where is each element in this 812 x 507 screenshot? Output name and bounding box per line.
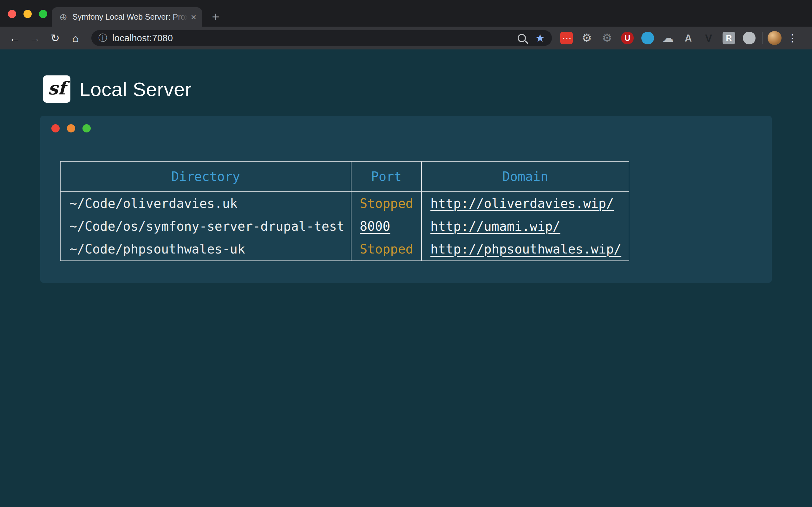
symfony-logo: sf [43, 75, 70, 103]
column-header-port: Port [351, 161, 421, 192]
column-header-domain: Domain [421, 161, 629, 192]
panel-orange-dot [67, 124, 75, 132]
window-minimize-button[interactable] [23, 10, 32, 18]
panel-red-dot [51, 124, 60, 132]
domain-link[interactable]: http://phpsouthwales.wip/ [430, 242, 621, 257]
browser-tab[interactable]: ⊕ Symfony Local Web Server: Prox × [52, 7, 202, 26]
ublock-extension-icon[interactable]: U [621, 32, 634, 44]
browser-menu-icon[interactable]: ⋮ [785, 31, 799, 45]
table-header-row: Directory Port Domain [60, 161, 629, 192]
symfony-logo-text: sf [48, 78, 66, 99]
server-panel: Directory Port Domain ~/Code/oliverdavie… [40, 116, 772, 283]
url-text[interactable]: localhost:7080 [112, 33, 173, 43]
extensions-row: ⋯ ⚙ ⚙ U ☁ A V R [560, 32, 756, 44]
bookmark-star-icon[interactable]: ★ [536, 33, 545, 43]
toolbar-separator [762, 32, 763, 44]
domain-link[interactable]: http://oliverdavies.wip/ [430, 196, 614, 211]
page-title: Local Server [79, 78, 192, 101]
table-row: ~/Code/os/symfony-server-drupal-test 800… [60, 215, 629, 238]
red-dots-extension-icon[interactable]: ⋯ [560, 32, 573, 44]
panel-green-dot [83, 124, 91, 132]
zoom-icon[interactable] [518, 34, 526, 42]
reload-button[interactable]: ↻ [47, 30, 63, 46]
port-link[interactable]: 8000 [360, 219, 390, 233]
globe-favicon-icon: ⊕ [59, 12, 67, 22]
directory-cell: ~/Code/oliverdavies.uk [60, 192, 351, 215]
table-row: ~/Code/phpsouthwales-uk Stopped http://p… [60, 238, 629, 261]
back-button[interactable]: ← [6, 30, 23, 46]
vimium-extension-icon[interactable]: V [702, 32, 715, 44]
column-header-directory: Directory [60, 161, 351, 192]
letter-a-extension-icon[interactable]: A [682, 32, 695, 44]
cat-extension-icon[interactable] [743, 32, 756, 44]
directory-cell: ~/Code/os/symfony-server-drupal-test [60, 215, 351, 238]
port-status: Stopped [360, 196, 413, 211]
letter-r-extension-icon[interactable]: R [722, 32, 735, 44]
profile-avatar[interactable] [768, 31, 781, 45]
directory-cell: ~/Code/phpsouthwales-uk [60, 238, 351, 261]
port-status: Stopped [360, 242, 413, 257]
window-close-button[interactable] [8, 10, 16, 18]
domain-link[interactable]: http://umami.wip/ [430, 219, 560, 233]
blue-circle-extension-icon[interactable] [641, 32, 654, 44]
home-button[interactable]: ⌂ [67, 30, 84, 46]
window-zoom-button[interactable] [39, 10, 47, 18]
tab-title: Symfony Local Web Server: Prox [72, 12, 188, 21]
table-row: ~/Code/oliverdavies.uk Stopped http://ol… [60, 192, 629, 215]
tab-close-icon[interactable]: × [191, 12, 196, 22]
gear-light-extension-icon[interactable]: ⚙ [580, 32, 593, 44]
browser-toolbar: ← → ↻ ⌂ ⓘ localhost:7080 ★ ⋯ ⚙ ⚙ U ☁ A V… [0, 26, 812, 49]
cloud-extension-icon[interactable]: ☁ [662, 32, 674, 44]
page-header: sf Local Server [43, 75, 192, 103]
window-controls [8, 10, 47, 18]
address-bar[interactable]: ⓘ localhost:7080 ★ [91, 30, 552, 46]
gear-dark-extension-icon[interactable]: ⚙ [601, 32, 613, 44]
tab-strip: ⊕ Symfony Local Web Server: Prox × + [0, 0, 812, 26]
servers-table: Directory Port Domain ~/Code/oliverdavie… [60, 161, 629, 261]
panel-traffic-lights [51, 124, 91, 132]
forward-button[interactable]: → [27, 30, 43, 46]
site-info-icon[interactable]: ⓘ [98, 32, 107, 44]
new-tab-button[interactable]: + [208, 9, 223, 25]
